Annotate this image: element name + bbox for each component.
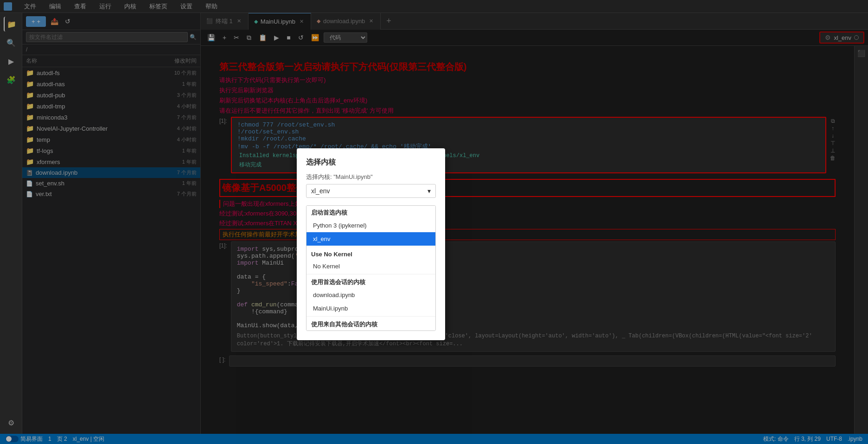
kernel-select-modal: 选择内核 选择内核: "MainUi.ipynb" xl_env ▾ 启动首选内… <box>297 148 445 340</box>
modal-selected-value: xl_env <box>311 187 330 195</box>
modal-overlay[interactable]: 选择内核 选择内核: "MainUi.ipynb" xl_env ▾ 启动首选内… <box>0 0 868 444</box>
modal-option-xl-env[interactable]: xl_env <box>306 232 435 246</box>
modal-section-preferred: 启动首选内核 <box>306 206 435 219</box>
modal-section-no-kernel: Use No Kernel <box>306 248 435 260</box>
modal-option-download[interactable]: download.ipynb <box>306 288 435 302</box>
modal-kernel-label: 选择内核: "MainUi.ipynb" <box>306 173 436 181</box>
modal-divider-3 <box>306 316 435 317</box>
modal-option-no-kernel[interactable]: No Kernel <box>306 260 435 273</box>
modal-dropdown: 启动首选内核 Python 3 (ipykernel) xl_env Use N… <box>306 205 436 331</box>
modal-title: 选择内核 <box>306 158 436 167</box>
modal-dropdown-arrow: ▾ <box>428 187 431 195</box>
modal-section-other-session: 使用来自其他会话的内核 <box>306 317 435 330</box>
modal-option-mainui[interactable]: MainUi.ipynb <box>306 302 435 315</box>
modal-select-wrapper: xl_env ▾ <box>306 184 436 198</box>
modal-select-display[interactable]: xl_env ▾ <box>306 184 436 198</box>
modal-section-preferred-session: 使用首选会话的内核 <box>306 275 435 288</box>
modal-divider-1 <box>306 247 435 247</box>
modal-option-python3[interactable]: Python 3 (ipykernel) <box>306 219 435 232</box>
modal-divider-2 <box>306 274 435 274</box>
